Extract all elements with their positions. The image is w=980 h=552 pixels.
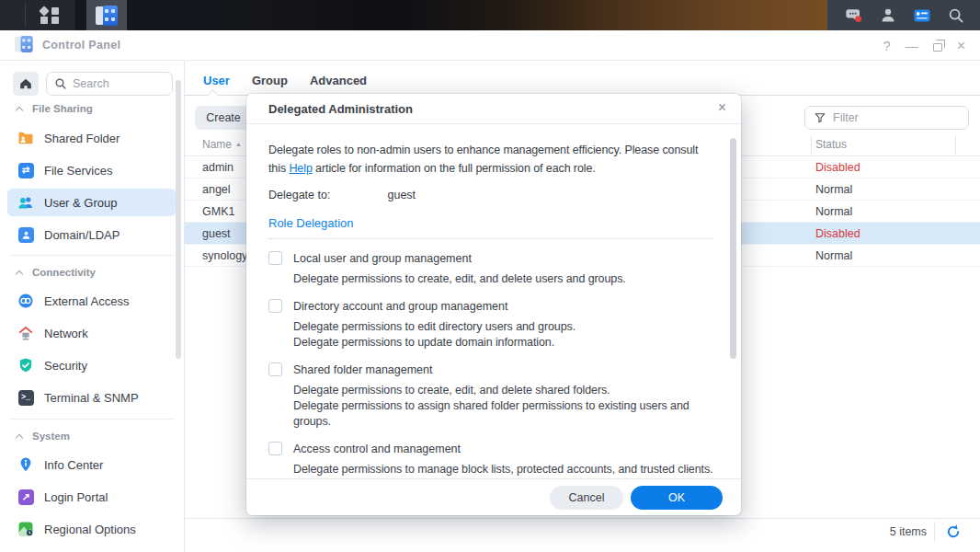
control-panel-window-icon	[15, 36, 33, 52]
ok-button[interactable]: OK	[631, 486, 723, 510]
sidebar-divider	[9, 419, 175, 420]
footer-separator	[934, 522, 935, 542]
minimize-button[interactable]: —	[906, 40, 918, 52]
sidebar-item-info-center[interactable]: Info Center	[7, 451, 176, 478]
role-item: Access control and management Delegate p…	[268, 442, 713, 477]
status-cell: Disabled	[815, 161, 860, 174]
delegate-to-value: guest	[387, 189, 416, 201]
items-count: 5 items	[890, 525, 927, 538]
help-button[interactable]: ?	[883, 40, 891, 52]
role-delegation-heading: Role Delegation	[268, 216, 713, 239]
search-input[interactable]	[73, 77, 155, 90]
role-description: Delegate permissions to manage block lis…	[293, 462, 713, 477]
chevron-up-icon	[16, 106, 23, 113]
tab-bar: User Group Advanced	[203, 74, 367, 87]
account-icon[interactable]	[879, 6, 897, 25]
sidebar-item-shared-folder[interactable]: Shared Folder	[7, 124, 176, 152]
filter-funnel-icon	[814, 111, 826, 124]
checkbox-access-control-management[interactable]	[268, 442, 282, 455]
notifications-icon[interactable]	[845, 6, 863, 25]
status-cell: Normal	[815, 249, 852, 262]
domain-ldap-icon	[17, 226, 34, 243]
dialog-footer: Cancel OK	[246, 478, 741, 515]
checkbox-shared-folder-management[interactable]	[268, 362, 282, 376]
name-cell: admin	[202, 161, 234, 174]
status-cell: Normal	[815, 183, 852, 196]
dialog-body: Delegate roles to non-admin users to enh…	[246, 125, 741, 478]
sidebar-item-security[interactable]: Security	[7, 351, 176, 379]
checkbox-directory-account-management[interactable]	[268, 299, 282, 313]
sidebar: File Sharing Shared Folder ⇄ File Servic…	[0, 61, 184, 552]
section-connectivity[interactable]: Connectivity	[17, 263, 96, 282]
dialog-close-icon[interactable]: ×	[718, 100, 726, 115]
tab-group[interactable]: Group	[252, 74, 288, 87]
cancel-button[interactable]: Cancel	[550, 486, 623, 510]
sidebar-item-file-services[interactable]: ⇄ File Services	[7, 156, 176, 184]
role-checkbox-row[interactable]: Directory account and group management	[268, 299, 713, 313]
filter-input[interactable]	[833, 111, 943, 124]
column-name[interactable]: Name▲	[202, 138, 242, 151]
role-description: Delegate permissions to edit directory u…	[293, 319, 713, 351]
terminal-icon: >_	[17, 389, 34, 406]
dialog-intro: Delegate roles to non-admin users to enh…	[268, 141, 713, 178]
home-button[interactable]	[13, 72, 39, 96]
status-cell: Normal	[815, 205, 852, 218]
chevron-up-icon	[16, 270, 23, 277]
window-title: Control Panel	[42, 39, 120, 52]
role-checkbox-row[interactable]: Access control and management	[268, 442, 713, 455]
desktop-topbar	[0, 0, 980, 30]
sidebar-item-regional-options[interactable]: Regional Options	[7, 515, 176, 543]
home-icon	[18, 76, 33, 91]
sort-ascending-icon: ▲	[235, 141, 242, 147]
sidebar-item-network[interactable]: Network	[7, 319, 176, 347]
regional-options-icon	[17, 521, 34, 537]
tab-advanced[interactable]: Advanced	[310, 74, 367, 87]
main-menu-icon[interactable]	[40, 6, 59, 24]
role-item: Directory account and group management D…	[268, 299, 713, 351]
checkbox-local-user-management[interactable]	[268, 251, 282, 265]
refresh-button[interactable]	[945, 523, 962, 540]
user-group-icon	[17, 194, 34, 211]
window-controls: ? — ×	[883, 37, 965, 55]
column-separator	[955, 136, 956, 155]
delegate-to-row: Delegate to: guest	[268, 189, 713, 201]
search-icon[interactable]	[947, 6, 965, 25]
role-checkbox-row[interactable]: Local user and group management	[268, 251, 713, 265]
section-system[interactable]: System	[17, 427, 70, 445]
control-panel-icon	[96, 6, 118, 26]
sidebar-item-login-portal[interactable]: ↗ Login Portal	[7, 483, 176, 511]
taskbar-separator	[25, 4, 26, 27]
sidebar-search[interactable]	[46, 72, 173, 96]
help-link[interactable]: Help	[289, 162, 312, 175]
sidebar-item-terminal-snmp[interactable]: >_ Terminal & SNMP	[7, 384, 176, 411]
filter-box[interactable]	[804, 106, 969, 130]
role-item: Local user and group management Delegate…	[268, 251, 713, 287]
role-checkbox-row[interactable]: Shared folder management	[268, 362, 713, 376]
role-description: Delegate permissions to create, edit, an…	[293, 383, 713, 430]
sidebar-item-user-group[interactable]: User & Group	[7, 189, 176, 216]
refresh-icon	[945, 523, 962, 540]
file-services-icon: ⇄	[17, 162, 34, 178]
status-cell: Disabled	[815, 227, 860, 240]
sidebar-scrollbar[interactable]	[176, 80, 181, 359]
dialog-scrollbar[interactable]	[730, 138, 736, 359]
info-pin-icon	[17, 456, 34, 473]
section-file-sharing[interactable]: File Sharing	[17, 99, 93, 118]
delegated-administration-dialog: Delegated Administration × Delegate role…	[246, 94, 741, 515]
column-status[interactable]: Status	[815, 138, 847, 151]
tab-user[interactable]: User	[203, 74, 230, 87]
close-button[interactable]: ×	[957, 39, 965, 53]
taskbar-control-panel-app[interactable]	[86, 0, 127, 30]
delegate-to-label: Delegate to:	[268, 189, 384, 201]
create-button[interactable]: Create	[195, 106, 252, 130]
widgets-icon[interactable]	[913, 6, 931, 25]
sidebar-item-domain-ldap[interactable]: Domain/LDAP	[7, 221, 176, 248]
security-shield-icon	[17, 357, 34, 374]
column-separator	[811, 136, 812, 155]
maximize-restore-icon[interactable]	[933, 43, 942, 52]
dialog-titlebar: Delegated Administration ×	[246, 94, 741, 124]
role-description: Delegate permissions to create, edit, an…	[293, 271, 713, 287]
search-icon	[54, 77, 67, 90]
sidebar-item-external-access[interactable]: External Access	[7, 287, 176, 315]
system-tray	[827, 0, 980, 30]
